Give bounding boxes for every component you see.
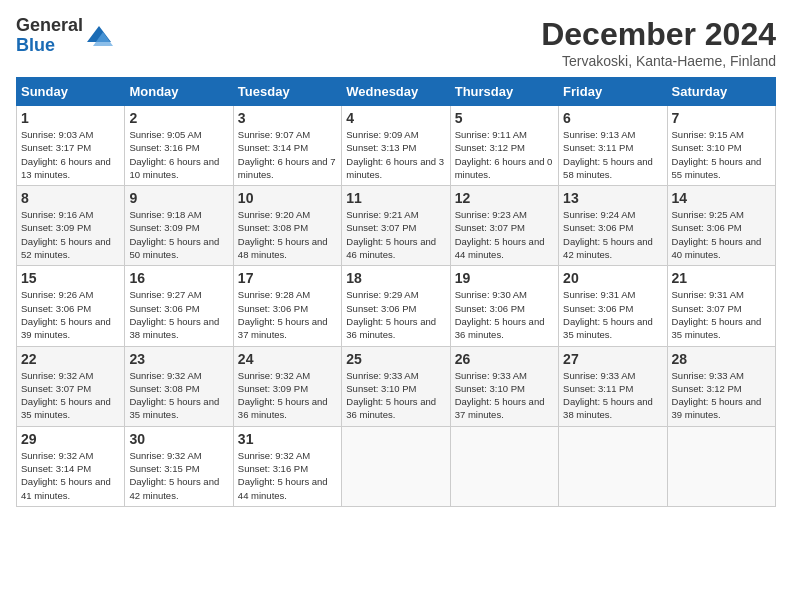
day-info: Sunrise: 9:32 AM Sunset: 3:07 PM Dayligh… [21,369,120,422]
day-number: 24 [238,351,337,367]
day-number: 15 [21,270,120,286]
calendar-header: SundayMondayTuesdayWednesdayThursdayFrid… [17,78,776,106]
day-info: Sunrise: 9:32 AM Sunset: 3:14 PM Dayligh… [21,449,120,502]
location: Tervakoski, Kanta-Haeme, Finland [541,53,776,69]
calendar-table: SundayMondayTuesdayWednesdayThursdayFrid… [16,77,776,507]
day-cell: 23 Sunrise: 9:32 AM Sunset: 3:08 PM Dayl… [125,346,233,426]
day-cell: 29 Sunrise: 9:32 AM Sunset: 3:14 PM Dayl… [17,426,125,506]
day-cell: 28 Sunrise: 9:33 AM Sunset: 3:12 PM Dayl… [667,346,775,426]
day-cell: 7 Sunrise: 9:15 AM Sunset: 3:10 PM Dayli… [667,106,775,186]
week-row-3: 15 Sunrise: 9:26 AM Sunset: 3:06 PM Dayl… [17,266,776,346]
day-cell: 26 Sunrise: 9:33 AM Sunset: 3:10 PM Dayl… [450,346,558,426]
day-cell: 17 Sunrise: 9:28 AM Sunset: 3:06 PM Dayl… [233,266,341,346]
day-info: Sunrise: 9:30 AM Sunset: 3:06 PM Dayligh… [455,288,554,341]
day-cell [450,426,558,506]
day-cell: 5 Sunrise: 9:11 AM Sunset: 3:12 PM Dayli… [450,106,558,186]
day-number: 31 [238,431,337,447]
day-cell: 14 Sunrise: 9:25 AM Sunset: 3:06 PM Dayl… [667,186,775,266]
day-number: 20 [563,270,662,286]
day-info: Sunrise: 9:33 AM Sunset: 3:12 PM Dayligh… [672,369,771,422]
day-cell [559,426,667,506]
header-day-wednesday: Wednesday [342,78,450,106]
month-title: December 2024 [541,16,776,53]
day-number: 7 [672,110,771,126]
day-info: Sunrise: 9:28 AM Sunset: 3:06 PM Dayligh… [238,288,337,341]
day-number: 30 [129,431,228,447]
day-cell: 20 Sunrise: 9:31 AM Sunset: 3:06 PM Dayl… [559,266,667,346]
day-info: Sunrise: 9:09 AM Sunset: 3:13 PM Dayligh… [346,128,445,181]
day-info: Sunrise: 9:25 AM Sunset: 3:06 PM Dayligh… [672,208,771,261]
day-info: Sunrise: 9:27 AM Sunset: 3:06 PM Dayligh… [129,288,228,341]
header-day-sunday: Sunday [17,78,125,106]
day-cell: 18 Sunrise: 9:29 AM Sunset: 3:06 PM Dayl… [342,266,450,346]
day-cell: 15 Sunrise: 9:26 AM Sunset: 3:06 PM Dayl… [17,266,125,346]
day-number: 3 [238,110,337,126]
day-cell: 13 Sunrise: 9:24 AM Sunset: 3:06 PM Dayl… [559,186,667,266]
day-cell: 9 Sunrise: 9:18 AM Sunset: 3:09 PM Dayli… [125,186,233,266]
day-cell: 12 Sunrise: 9:23 AM Sunset: 3:07 PM Dayl… [450,186,558,266]
week-row-4: 22 Sunrise: 9:32 AM Sunset: 3:07 PM Dayl… [17,346,776,426]
day-cell: 31 Sunrise: 9:32 AM Sunset: 3:16 PM Dayl… [233,426,341,506]
day-number: 4 [346,110,445,126]
day-number: 13 [563,190,662,206]
day-cell: 8 Sunrise: 9:16 AM Sunset: 3:09 PM Dayli… [17,186,125,266]
day-number: 8 [21,190,120,206]
day-info: Sunrise: 9:33 AM Sunset: 3:10 PM Dayligh… [346,369,445,422]
header-day-tuesday: Tuesday [233,78,341,106]
day-info: Sunrise: 9:33 AM Sunset: 3:10 PM Dayligh… [455,369,554,422]
day-number: 12 [455,190,554,206]
day-number: 22 [21,351,120,367]
day-info: Sunrise: 9:26 AM Sunset: 3:06 PM Dayligh… [21,288,120,341]
day-number: 9 [129,190,228,206]
header-row: SundayMondayTuesdayWednesdayThursdayFrid… [17,78,776,106]
logo-icon [85,22,113,50]
day-info: Sunrise: 9:13 AM Sunset: 3:11 PM Dayligh… [563,128,662,181]
logo-general: General [16,15,83,35]
day-number: 2 [129,110,228,126]
day-cell: 27 Sunrise: 9:33 AM Sunset: 3:11 PM Dayl… [559,346,667,426]
day-number: 29 [21,431,120,447]
header-day-thursday: Thursday [450,78,558,106]
header-day-monday: Monday [125,78,233,106]
page-header: General Blue December 2024 Tervakoski, K… [16,16,776,69]
day-number: 26 [455,351,554,367]
day-info: Sunrise: 9:33 AM Sunset: 3:11 PM Dayligh… [563,369,662,422]
day-number: 28 [672,351,771,367]
day-cell: 16 Sunrise: 9:27 AM Sunset: 3:06 PM Dayl… [125,266,233,346]
day-cell [342,426,450,506]
day-info: Sunrise: 9:24 AM Sunset: 3:06 PM Dayligh… [563,208,662,261]
day-info: Sunrise: 9:31 AM Sunset: 3:07 PM Dayligh… [672,288,771,341]
day-info: Sunrise: 9:18 AM Sunset: 3:09 PM Dayligh… [129,208,228,261]
day-info: Sunrise: 9:31 AM Sunset: 3:06 PM Dayligh… [563,288,662,341]
calendar-body: 1 Sunrise: 9:03 AM Sunset: 3:17 PM Dayli… [17,106,776,507]
day-cell [667,426,775,506]
day-info: Sunrise: 9:07 AM Sunset: 3:14 PM Dayligh… [238,128,337,181]
day-number: 27 [563,351,662,367]
header-day-saturday: Saturday [667,78,775,106]
day-info: Sunrise: 9:32 AM Sunset: 3:15 PM Dayligh… [129,449,228,502]
day-number: 18 [346,270,445,286]
logo-blue: Blue [16,35,55,55]
day-number: 11 [346,190,445,206]
week-row-2: 8 Sunrise: 9:16 AM Sunset: 3:09 PM Dayli… [17,186,776,266]
day-cell: 10 Sunrise: 9:20 AM Sunset: 3:08 PM Dayl… [233,186,341,266]
day-number: 17 [238,270,337,286]
day-number: 6 [563,110,662,126]
day-info: Sunrise: 9:23 AM Sunset: 3:07 PM Dayligh… [455,208,554,261]
day-cell: 22 Sunrise: 9:32 AM Sunset: 3:07 PM Dayl… [17,346,125,426]
title-block: December 2024 Tervakoski, Kanta-Haeme, F… [541,16,776,69]
logo: General Blue [16,16,113,56]
day-number: 21 [672,270,771,286]
day-info: Sunrise: 9:32 AM Sunset: 3:08 PM Dayligh… [129,369,228,422]
day-number: 5 [455,110,554,126]
day-info: Sunrise: 9:29 AM Sunset: 3:06 PM Dayligh… [346,288,445,341]
header-day-friday: Friday [559,78,667,106]
day-info: Sunrise: 9:32 AM Sunset: 3:09 PM Dayligh… [238,369,337,422]
day-number: 1 [21,110,120,126]
day-info: Sunrise: 9:21 AM Sunset: 3:07 PM Dayligh… [346,208,445,261]
day-info: Sunrise: 9:15 AM Sunset: 3:10 PM Dayligh… [672,128,771,181]
day-cell: 3 Sunrise: 9:07 AM Sunset: 3:14 PM Dayli… [233,106,341,186]
week-row-1: 1 Sunrise: 9:03 AM Sunset: 3:17 PM Dayli… [17,106,776,186]
day-cell: 4 Sunrise: 9:09 AM Sunset: 3:13 PM Dayli… [342,106,450,186]
day-cell: 1 Sunrise: 9:03 AM Sunset: 3:17 PM Dayli… [17,106,125,186]
